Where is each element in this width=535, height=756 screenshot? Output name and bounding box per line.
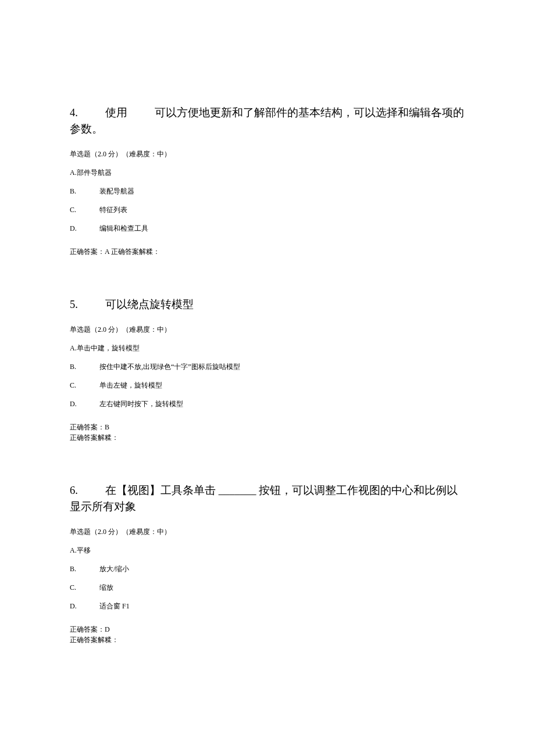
question-block-5: 5. 可以绕点旋转模型 单选题（2.0 分）（难易度：中） Α.单击中建，旋转模…	[70, 296, 465, 443]
question-block-6: 6. 在【视图】工具条单击 _______ 按钮，可以调整工作视图的中心和比例以…	[70, 482, 465, 645]
question-number: 5.	[70, 299, 78, 310]
spacer	[81, 485, 103, 496]
option-a: Α.部件导航器	[70, 167, 465, 178]
question-text: 可以绕点旋转模型	[105, 299, 194, 310]
question-text-pre: 在【视图】工具条单击	[105, 485, 219, 496]
page-content: 4. 使用 可以方便地更新和了解部件的基本结构，可以选择和编辑各项的参数。 单选…	[0, 0, 535, 756]
option-a: Α.平移	[70, 545, 465, 556]
question-number: 6.	[70, 485, 78, 496]
spacer	[81, 299, 103, 310]
option-text: 放大/缩小	[99, 565, 129, 573]
question-meta: 单选题（2.0 分）（难易度：中）	[70, 149, 465, 159]
answer-block: 正确答案：B 正确答案解糅：	[70, 422, 465, 443]
option-text: 适合窗 F1	[99, 602, 130, 610]
option-c: C. 特征列表	[70, 205, 465, 215]
question-meta: 单选题（2.0 分）（难易度：中）	[70, 324, 465, 335]
question-title: 6. 在【视图】工具条单击 _______ 按钮，可以调整工作视图的中心和比例以…	[70, 482, 465, 515]
question-text-pre: 使用	[105, 107, 127, 119]
option-text: 左右键同时按下，旋转模型	[99, 400, 183, 408]
spacer	[81, 107, 103, 119]
question-blank	[130, 107, 152, 119]
option-letter: B.	[70, 564, 98, 574]
option-c: C. 缩放	[70, 582, 465, 593]
option-d: D. 适合窗 F1	[70, 601, 465, 611]
question-block-4: 4. 使用 可以方便地更新和了解部件的基本结构，可以选择和编辑各项的参数。 单选…	[70, 105, 465, 257]
answer-explanation: 正确答案解糅：	[70, 635, 465, 645]
option-letter: B.	[70, 186, 98, 196]
question-meta: 单选题（2.0 分）（难易度：中）	[70, 526, 465, 537]
question-text-post: 可以方便地更新和了解部件的基本结构，可以选择和编辑各项的参数。	[70, 107, 464, 135]
option-b: B. 装配导航器	[70, 186, 465, 196]
question-number: 4.	[70, 107, 78, 119]
option-letter: C.	[70, 205, 98, 215]
option-text: 按住中建不放,出现绿色“十字”图标后旋咕模型	[99, 363, 240, 371]
option-d: D. 编辑和检查工具	[70, 223, 465, 234]
option-letter: D.	[70, 601, 98, 611]
option-b: B. 按住中建不放,出现绿色“十字”图标后旋咕模型	[70, 361, 465, 372]
question-title: 4. 使用 可以方便地更新和了解部件的基本结构，可以选择和编辑各项的参数。	[70, 105, 465, 137]
option-text: 缩放	[99, 583, 113, 592]
option-b: B. 放大/缩小	[70, 564, 465, 574]
option-letter: D.	[70, 399, 98, 409]
answer-text: 正确答案：B	[70, 422, 465, 432]
option-a: Α.单击中建，旋转模型	[70, 343, 465, 353]
question-title: 5. 可以绕点旋转模型	[70, 296, 465, 313]
option-c: C. 单击左键，旋转模型	[70, 380, 465, 390]
answer-explanation: 正确答案解糅：	[70, 432, 465, 443]
option-letter: D.	[70, 223, 98, 234]
option-letter: C.	[70, 380, 98, 390]
option-text: 装配导航器	[99, 187, 134, 195]
option-text: 特征列表	[99, 206, 127, 214]
option-d: D. 左右键同时按下，旋转模型	[70, 399, 465, 409]
question-blank: _______	[219, 485, 256, 496]
answer-block: 正确答案：A 正确答案解糅：	[70, 246, 465, 257]
answer-block: 正确答案：D 正确答案解糅：	[70, 624, 465, 645]
answer-text: 正确答案：D	[70, 624, 465, 635]
option-text: 单击左键，旋转模型	[99, 381, 162, 389]
option-letter: C.	[70, 582, 98, 593]
option-text: 编辑和检查工具	[99, 224, 148, 232]
answer-text: 正确答案：A 正确答案解糅：	[70, 246, 465, 257]
option-letter: B.	[70, 361, 98, 372]
